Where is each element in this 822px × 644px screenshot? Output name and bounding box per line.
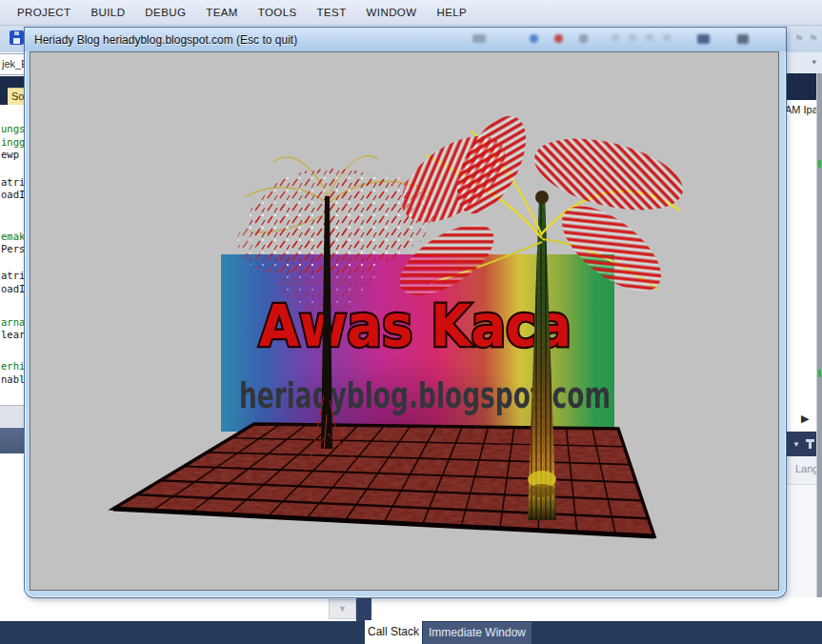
window-title-bar[interactable]: Heriady Blog heriadyblog.blogspot.com (E… <box>25 28 786 51</box>
tab-call-stack[interactable]: Call Stack <box>365 620 422 644</box>
step-out-icon[interactable]: ⚑ <box>809 32 818 45</box>
brick-floor <box>113 424 654 536</box>
scroll-annotation <box>818 160 821 168</box>
file-tab[interactable]: jek_E <box>0 53 25 75</box>
pin-icon[interactable] <box>809 439 812 449</box>
opengl-app-window: Heriady Blog heriadyblog.blogspot.com (E… <box>25 28 786 597</box>
billboard-url: heriadyblog.blogspot.com <box>239 374 611 416</box>
blurred-tool-icon <box>472 34 486 43</box>
scroll-annotation <box>818 370 821 377</box>
highlight-notch <box>0 88 8 105</box>
menu-bar: PROJECT BUILD DEBUG TEAM TOOLS TEST WIND… <box>0 0 822 26</box>
blurred-arrow-icon <box>611 34 619 41</box>
panel-body-left <box>0 453 27 597</box>
highlighted-tab[interactable]: So <box>8 88 27 105</box>
panel-header-left <box>0 428 27 454</box>
blurred-arrow-icon <box>663 34 671 41</box>
blurred-arrow-icon <box>629 34 636 41</box>
chevron-down-icon[interactable]: ▼ <box>792 440 800 449</box>
panel-splitter[interactable] <box>356 597 371 622</box>
menu-debug[interactable]: DEBUG <box>145 7 186 18</box>
window-right-edge <box>816 73 822 617</box>
toolbar-overflow-button[interactable]: ▾ <box>784 52 822 73</box>
blurred-arrow-icon <box>646 34 653 41</box>
menu-test[interactable]: TEST <box>317 7 347 18</box>
menu-help[interactable]: HELP <box>436 7 467 18</box>
language-column-header: Lang <box>784 456 816 485</box>
step-into-icon[interactable]: ⚑ <box>794 32 804 45</box>
blurred-tool-icon <box>697 34 710 44</box>
blurred-tool-icon <box>579 34 588 43</box>
menu-window[interactable]: WINDOW <box>367 7 417 18</box>
tab-immediate-window[interactable]: Immediate Window <box>423 622 531 644</box>
menu-tools[interactable]: TOOLS <box>258 7 297 18</box>
menu-team[interactable]: TEAM <box>206 7 238 18</box>
menu-project[interactable]: PROJECT <box>17 7 70 18</box>
opengl-scene: Awas Kaca heriadyblog.blogspot.com <box>30 52 778 590</box>
editor-hscrollbar[interactable] <box>0 405 27 427</box>
bottom-panel-body <box>0 597 822 621</box>
opengl-viewport: Awas Kaca heriadyblog.blogspot.com <box>30 51 779 591</box>
save-icon[interactable] <box>10 30 24 45</box>
blurred-record-icon <box>554 34 563 43</box>
blurred-tool-icon <box>737 34 749 44</box>
right-panel-body <box>784 100 816 432</box>
blurred-breakpoint-icon <box>530 34 538 43</box>
window-title: Heriady Blog heriadyblog.blogspot.com (E… <box>34 33 297 47</box>
scroll-down-button[interactable]: ▼ <box>329 599 356 619</box>
expander-arrow-icon[interactable]: ▶ <box>801 413 809 425</box>
menu-build[interactable]: BUILD <box>90 7 125 18</box>
tab-strip <box>0 76 27 88</box>
